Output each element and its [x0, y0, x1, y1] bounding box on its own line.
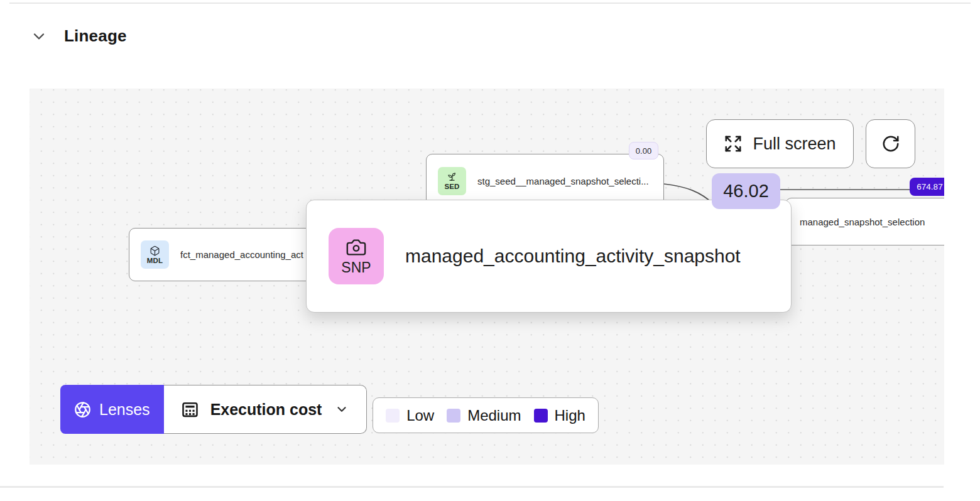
camera-icon [346, 237, 367, 258]
node-label: stg_seed__managed_snapshot_selecti... [477, 176, 649, 186]
expand-icon [724, 134, 743, 153]
sprout-icon [447, 171, 457, 182]
cost-badge-low: 0.00 [629, 142, 658, 159]
full-screen-button[interactable]: Full screen [706, 119, 854, 168]
legend-label-medium: Medium [467, 407, 521, 424]
page-title: Lineage [64, 26, 127, 46]
type-code: SED [444, 183, 459, 190]
refresh-button[interactable] [866, 119, 915, 168]
cost-table-icon [180, 400, 200, 419]
lenses-label: Lenses [99, 401, 150, 419]
node-managed-snapshot-selection[interactable]: managed_snapshot_selection [785, 198, 944, 245]
chevron-down-icon [335, 402, 349, 416]
node-label: managed_snapshot_selection [800, 217, 925, 227]
hovered-node-label: managed_accounting_activity_snapshot [405, 245, 741, 267]
type-code: MDL [147, 257, 163, 264]
collapse-chevron-icon[interactable] [30, 28, 48, 45]
lenses-bar: Lenses Execution cost [60, 385, 367, 434]
aperture-icon [74, 401, 91, 418]
legend-swatch-low [386, 409, 400, 423]
cost-badge-medium: 46.02 [712, 173, 780, 209]
node-label: fct_managed_accounting_act [180, 249, 303, 260]
lens-select-dropdown[interactable]: Execution cost [164, 385, 367, 434]
legend-swatch-medium [447, 409, 460, 423]
snapshot-type-badge: SNP [329, 228, 384, 284]
legend-label-low: Low [406, 407, 434, 424]
lineage-page: Lineage managed_snapshot_selection SED s… [0, 0, 980, 501]
cost-legend: Low Medium High [373, 397, 599, 433]
top-divider [9, 3, 971, 4]
seed-type-badge: SED [438, 167, 466, 195]
lenses-button[interactable]: Lenses [60, 385, 164, 434]
cost-badge-high: 674.87 [910, 178, 944, 196]
selected-lens-label: Execution cost [210, 401, 322, 419]
bottom-divider [0, 486, 944, 488]
refresh-icon [881, 134, 900, 153]
legend-swatch-high [534, 409, 548, 423]
hovered-node-snapshot[interactable]: SNP managed_accounting_activity_snapshot [306, 200, 792, 313]
model-type-badge: MDL [141, 240, 169, 269]
cube-icon [150, 245, 160, 256]
lineage-canvas[interactable]: managed_snapshot_selection SED stg_seed_… [30, 89, 944, 465]
type-code: SNP [341, 259, 371, 276]
legend-label-high: High [555, 407, 585, 424]
full-screen-label: Full screen [753, 134, 836, 154]
section-header: Lineage [30, 26, 127, 46]
